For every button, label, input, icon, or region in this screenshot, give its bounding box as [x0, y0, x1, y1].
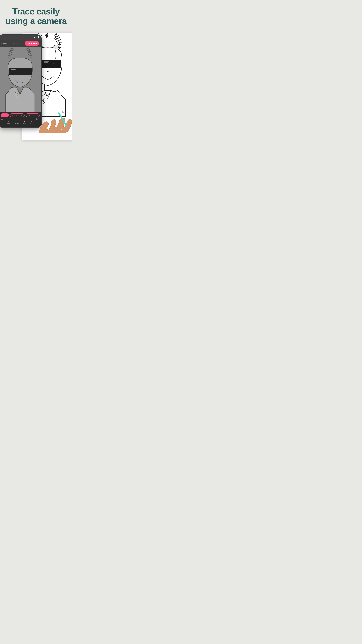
complete-button[interactable]: Complete — [25, 41, 39, 46]
opacity-fill — [4, 119, 30, 120]
opacity-slider-row: ◎ 85% — [1, 118, 39, 120]
nav-lock[interactable]: 🔒 Lock — [23, 120, 26, 124]
svg-point-7 — [59, 131, 60, 132]
signal-icon: ▲ — [36, 36, 38, 38]
nav-camera[interactable]: ▪ Camera — [6, 120, 11, 124]
nav-explore[interactable]: 🔍 Explore — [29, 120, 34, 124]
opacity-icon: ◎ — [1, 118, 3, 120]
redo-icon[interactable]: ↪ — [16, 42, 18, 44]
reset-button[interactable]: Reset — [1, 42, 7, 44]
wifi-icon: ▼ — [34, 36, 35, 38]
explore-icon: 🔍 — [31, 120, 33, 122]
undo-redo-group: ↩ ↪ — [13, 42, 18, 44]
splash-icon: ✦ — [16, 120, 17, 122]
phone-status-bar: ▼ ▲ ▌ — [0, 35, 41, 40]
bottom-icons-row: ▪ Camera ✦ Splash 🔒 Lock 🔍 Explore — [6, 120, 34, 124]
nav-splash[interactable]: ✦ Splash — [14, 120, 19, 124]
hand-svg — [35, 103, 72, 133]
camera-icon: ▪ — [8, 120, 9, 122]
undo-icon[interactable]: ↩ — [13, 42, 15, 44]
svg-rect-6 — [62, 111, 64, 114]
opacity-track[interactable] — [4, 119, 35, 120]
filter-monochrome[interactable]: Monochrome — [10, 113, 25, 117]
phone-drawing-area — [0, 47, 41, 112]
battery-icon: ▌ — [38, 36, 39, 38]
filter-pills-group: iginal Monochrome Transparent — [1, 113, 40, 117]
header-section: Trace easily using a camera — [0, 0, 72, 29]
hand-pencil-area — [35, 103, 72, 133]
lock-icon: 🔒 — [23, 120, 25, 122]
phone-toolbar: Reset ↩ ↪ Complete — [0, 40, 41, 47]
page-title: Trace easily using a camera — [3, 7, 69, 26]
phone-anime-art — [0, 47, 41, 112]
filter-original[interactable]: iginal — [1, 113, 9, 117]
main-scene: ▼ ▲ ▌ Reset ↩ ↪ Complete — [0, 29, 72, 143]
